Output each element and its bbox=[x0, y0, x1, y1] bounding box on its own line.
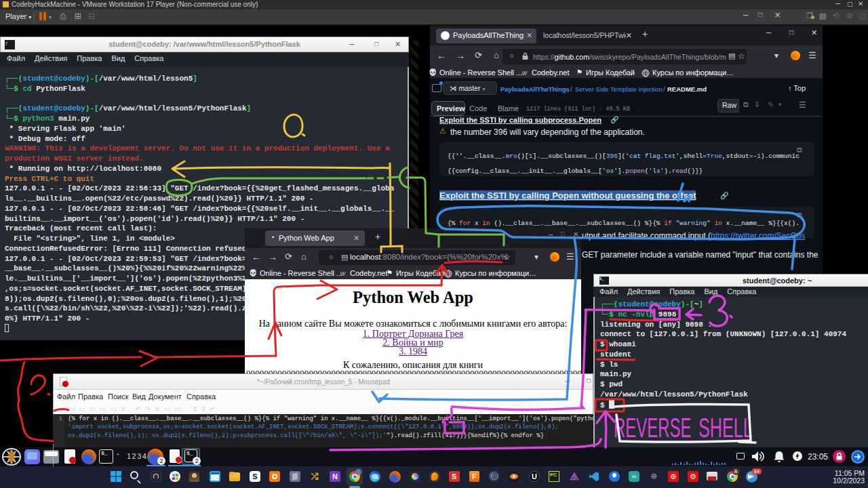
svg-text:REVERSE: REVERSE bbox=[614, 413, 691, 443]
svg-text:SHELL: SHELL bbox=[698, 413, 753, 443]
